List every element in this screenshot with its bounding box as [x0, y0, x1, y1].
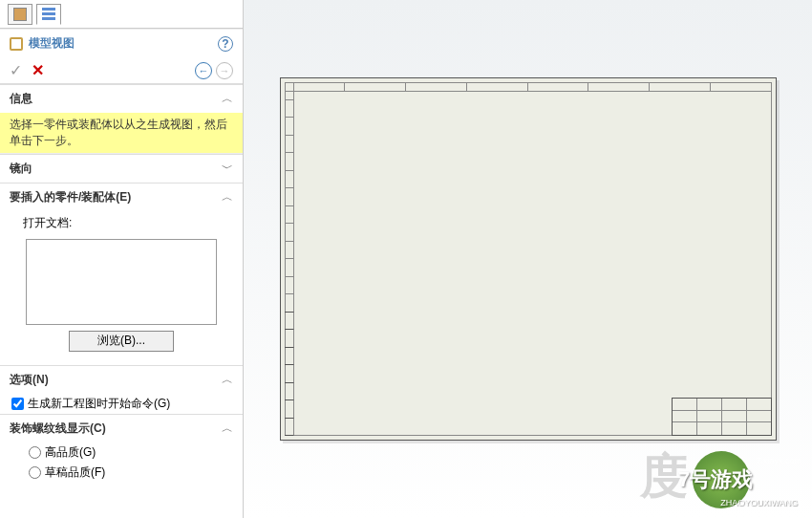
panel-header: 模型视图 ?	[0, 29, 243, 57]
chevron-up-icon: ︿	[222, 372, 233, 388]
ok-icon[interactable]: ✓	[10, 61, 22, 79]
high-quality-row: 高品质(G)	[0, 442, 243, 463]
high-quality-radio[interactable]	[29, 446, 41, 459]
draft-quality-label: 草稿品质(F)	[45, 464, 105, 481]
section-info: 信息 ︿ 选择一零件或装配体以从之生成视图，然后单击下一步。	[0, 84, 243, 154]
ruler-horizontal	[285, 82, 772, 92]
cancel-icon[interactable]: ✕	[32, 61, 44, 79]
start-command-checkbox[interactable]	[11, 398, 24, 410]
high-quality-label: 高品质(G)	[45, 444, 96, 461]
chevron-up-icon: ︿	[222, 189, 233, 205]
start-command-label: 生成新工程图时开始命令(G)	[28, 396, 170, 412]
chevron-up-icon: ︿	[222, 421, 233, 437]
section-thread-header[interactable]: 装饰螺纹线显示(C) ︿	[0, 415, 243, 442]
help-icon[interactable]: ?	[218, 36, 233, 52]
section-mirror: 镜向 ﹀	[0, 154, 243, 183]
section-info-header[interactable]: 信息 ︿	[0, 85, 243, 113]
sidebar-tab-strip	[0, 0, 243, 29]
start-command-row: 生成新工程图时开始命令(G)	[0, 394, 243, 414]
open-documents-list[interactable]	[26, 239, 217, 325]
section-insert-label: 要插入的零件/装配体(E)	[10, 189, 131, 205]
section-options: 选项(N) ︿ 生成新工程图时开始命令(G)	[0, 365, 243, 414]
action-row: ✓ ✕ ← →	[0, 57, 243, 84]
sheet-inner-border	[285, 82, 772, 436]
section-thread: 装饰螺纹线显示(C) ︿ 高品质(G) 草稿品质(F)	[0, 414, 243, 483]
property-manager-sidebar: 模型视图 ? ✓ ✕ ← → 信息 ︿ 选择一零件或装配体以从之生成视图，然后单…	[0, 0, 244, 518]
section-options-header[interactable]: 选项(N) ︿	[0, 366, 243, 394]
section-mirror-header[interactable]: 镜向 ﹀	[0, 155, 243, 183]
ruler-vertical	[285, 82, 294, 436]
chevron-up-icon: ︿	[222, 91, 233, 107]
tab-property-manager[interactable]	[36, 4, 61, 25]
panel-title: 模型视图	[29, 35, 75, 52]
section-insert-header[interactable]: 要插入的零件/装配体(E) ︿	[0, 183, 243, 211]
next-arrow-icon: →	[216, 62, 233, 79]
nav-arrows: ← →	[195, 62, 233, 79]
drawing-sheet	[280, 77, 777, 441]
prev-arrow-icon[interactable]: ←	[195, 62, 212, 79]
section-info-label: 信息	[10, 91, 32, 107]
tab-feature-tree[interactable]	[8, 4, 32, 25]
tab-list-icon	[42, 8, 55, 21]
section-options-label: 选项(N)	[10, 372, 49, 388]
model-view-icon	[10, 37, 23, 51]
title-block	[672, 398, 772, 436]
draft-quality-radio[interactable]	[29, 466, 41, 479]
info-highlight-text: 选择一零件或装配体以从之生成视图，然后单击下一步。	[0, 113, 243, 154]
browse-button[interactable]: 浏览(B)...	[69, 331, 174, 352]
section-insert-body: 打开文档: 浏览(B)...	[0, 211, 243, 365]
chevron-down-icon: ﹀	[222, 161, 233, 177]
section-thread-label: 装饰螺纹线显示(C)	[10, 421, 106, 437]
draft-quality-row: 草稿品质(F)	[0, 463, 243, 483]
section-mirror-label: 镜向	[10, 161, 32, 177]
tab-feature-icon	[13, 8, 27, 21]
drawing-canvas[interactable]	[244, 0, 812, 518]
section-insert: 要插入的零件/装配体(E) ︿ 打开文档: 浏览(B)...	[0, 183, 243, 365]
open-docs-label: 打开文档:	[10, 211, 233, 235]
watermark-background: 度	[640, 444, 688, 508]
